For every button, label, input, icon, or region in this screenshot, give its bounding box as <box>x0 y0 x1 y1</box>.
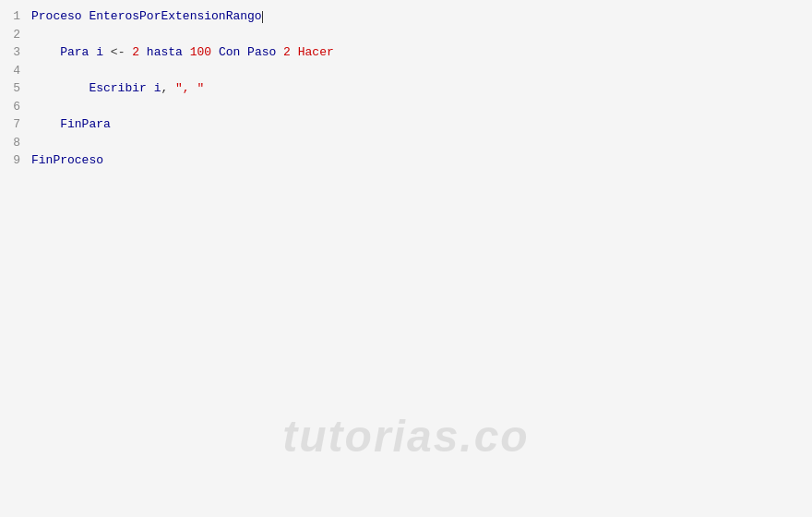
line-content: Proceso EnterosPorExtensionRango <box>28 7 812 26</box>
line-number: 1 <box>0 7 28 26</box>
code-line: 5 Escribir i, ", " <box>0 79 812 98</box>
line-content <box>28 98 812 116</box>
watermark: tutorias.co <box>282 411 529 462</box>
code-editor[interactable]: 1Proceso EnterosPorExtensionRango23 Para… <box>0 0 812 517</box>
line-number: 4 <box>0 62 28 80</box>
line-content <box>28 62 812 80</box>
code-line: 6 <box>0 98 812 116</box>
line-content: FinProceso <box>28 151 812 170</box>
line-number: 9 <box>0 151 28 170</box>
code-line: 3 Para i <- 2 hasta 100 Con Paso 2 Hacer <box>0 43 812 62</box>
line-number: 7 <box>0 115 28 134</box>
line-content <box>28 134 812 152</box>
line-number: 8 <box>0 134 28 152</box>
code-line: 2 <box>0 26 812 44</box>
code-line: 4 <box>0 62 812 80</box>
line-content: Para i <- 2 hasta 100 Con Paso 2 Hacer <box>28 43 812 62</box>
line-number: 3 <box>0 43 28 62</box>
line-content: FinPara <box>28 115 812 134</box>
line-number: 2 <box>0 26 28 44</box>
code-table: 1Proceso EnterosPorExtensionRango23 Para… <box>0 7 812 170</box>
line-number: 5 <box>0 79 28 98</box>
line-content <box>28 26 812 44</box>
code-line: 1Proceso EnterosPorExtensionRango <box>0 7 812 26</box>
line-number: 6 <box>0 98 28 116</box>
code-line: 7 FinPara <box>0 115 812 134</box>
line-content: Escribir i, ", " <box>28 79 812 98</box>
code-line: 9FinProceso <box>0 151 812 170</box>
code-line: 8 <box>0 134 812 152</box>
